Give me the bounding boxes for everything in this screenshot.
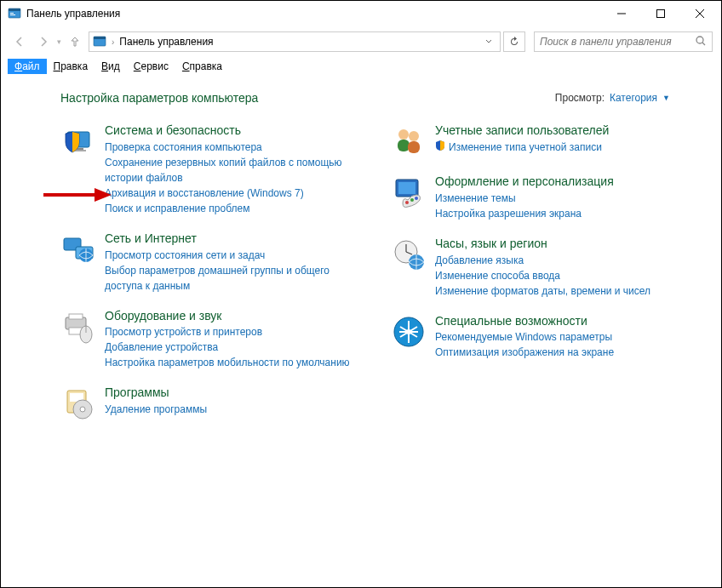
svg-line-11 xyxy=(702,43,705,45)
category-link[interactable]: Сохранение резервных копий файлов с помо… xyxy=(105,155,365,186)
category-clock-region: Часы, язык и регион Добавление языка Изм… xyxy=(391,237,696,299)
category-link[interactable]: Архивация и восстановление (Windows 7) xyxy=(105,186,365,201)
svg-rect-30 xyxy=(408,141,420,153)
category-title[interactable]: Оборудование и звук xyxy=(105,309,365,323)
category-link[interactable]: Изменение темы xyxy=(435,191,696,206)
titlebar: Панель управления xyxy=(1,1,721,26)
category-user-accounts: Учетные записи пользователей Изменение т… xyxy=(391,123,696,159)
page-heading: Настройка параметров компьютера xyxy=(60,91,258,105)
back-button[interactable] xyxy=(9,31,30,52)
svg-rect-3 xyxy=(10,14,15,15)
search-icon[interactable] xyxy=(695,35,707,49)
breadcrumb[interactable]: › Панель управления xyxy=(89,31,501,52)
category-title[interactable]: Система и безопасность xyxy=(105,123,365,138)
navbar: ▾ › Панель управления xyxy=(1,26,721,57)
svg-rect-28 xyxy=(398,140,410,151)
content-area: Настройка параметров компьютера Просмотр… xyxy=(1,76,721,430)
accessibility-icon xyxy=(391,314,427,350)
chevron-right-icon[interactable]: › xyxy=(112,37,114,47)
view-control[interactable]: Просмотр: Категория ▼ xyxy=(555,92,670,104)
user-accounts-icon xyxy=(391,123,427,159)
category-link[interactable]: Рекомендуемые Windows параметры xyxy=(435,329,696,345)
right-column: Учетные записи пользователей Изменение т… xyxy=(391,123,696,421)
svg-point-34 xyxy=(410,198,414,202)
shield-monitor-icon xyxy=(60,123,96,159)
category-appearance: Оформление и персонализация Изменение те… xyxy=(391,174,696,221)
svg-rect-2 xyxy=(10,13,14,14)
up-button[interactable] xyxy=(65,31,85,52)
svg-rect-1 xyxy=(9,9,20,11)
category-link[interactable]: Изменение типа учетной записи xyxy=(435,140,696,155)
svg-point-33 xyxy=(405,201,409,204)
category-title[interactable]: Специальные возможности xyxy=(435,314,696,328)
svg-point-29 xyxy=(409,131,419,141)
category-link[interactable]: Изменение форматов даты, времени и чисел xyxy=(435,283,696,299)
category-programs: Программы Удаление программы xyxy=(60,385,365,421)
window-title: Панель управления xyxy=(26,8,602,20)
appearance-icon xyxy=(391,174,427,210)
category-link[interactable]: Удаление программы xyxy=(105,402,365,417)
left-column: Система и безопасность Проверка состояни… xyxy=(60,123,365,421)
svg-point-26 xyxy=(80,407,85,412)
category-hardware-sound: Оборудование и звук Просмотр устройств и… xyxy=(60,309,365,371)
close-button[interactable] xyxy=(680,1,719,26)
svg-rect-9 xyxy=(94,37,106,39)
category-link[interactable]: Проверка состояния компьютера xyxy=(105,140,365,155)
svg-point-27 xyxy=(398,129,409,140)
control-panel-icon xyxy=(93,35,106,49)
category-network-internet: Сеть и Интернет Просмотр состояния сети … xyxy=(60,231,365,294)
category-title[interactable]: Программы xyxy=(105,385,365,400)
breadcrumb-dropdown-icon[interactable] xyxy=(481,36,496,48)
category-link[interactable]: Просмотр устройств и принтеров xyxy=(105,324,365,340)
uac-shield-icon xyxy=(435,140,445,155)
breadcrumb-item[interactable]: Панель управления xyxy=(119,36,213,48)
recent-dropdown-icon[interactable]: ▾ xyxy=(57,37,61,46)
category-link[interactable]: Выбор параметров домашней группы и общег… xyxy=(105,263,365,294)
view-label: Просмотр: xyxy=(555,92,605,104)
window-controls xyxy=(602,1,719,26)
svg-point-35 xyxy=(415,197,418,200)
forward-button[interactable] xyxy=(33,31,54,52)
svg-rect-32 xyxy=(398,182,415,194)
svg-rect-19 xyxy=(69,314,83,319)
category-title[interactable]: Сеть и Интернет xyxy=(105,231,365,246)
category-link[interactable]: Поиск и исправление проблем xyxy=(105,201,365,216)
search-input[interactable] xyxy=(540,36,695,48)
category-link[interactable]: Настройка параметров мобильности по умол… xyxy=(105,355,365,370)
category-title[interactable]: Оформление и персонализация xyxy=(435,174,696,189)
menu-view[interactable]: Вид xyxy=(95,59,127,74)
menu-file[interactable]: Файл xyxy=(8,59,47,74)
control-panel-icon xyxy=(8,7,21,20)
category-link[interactable]: Настройка разрешения экрана xyxy=(435,206,696,221)
category-link[interactable]: Изменение способа ввода xyxy=(435,268,696,283)
category-title[interactable]: Учетные записи пользователей xyxy=(435,123,696,138)
menu-help[interactable]: Справка xyxy=(175,59,229,74)
minimize-button[interactable] xyxy=(602,1,641,26)
svg-point-10 xyxy=(696,37,703,43)
printer-mouse-icon xyxy=(60,309,96,345)
category-link[interactable]: Добавление устройства xyxy=(105,340,365,355)
svg-rect-5 xyxy=(657,10,665,18)
clock-globe-icon xyxy=(391,237,427,272)
category-link[interactable]: Просмотр состояния сети и задач xyxy=(105,248,365,263)
menubar: Файл Правка Вид Сервис Справка xyxy=(1,57,721,76)
category-link[interactable]: Оптимизация изображения на экране xyxy=(435,345,696,360)
view-value[interactable]: Категория xyxy=(610,92,657,104)
chevron-down-icon[interactable]: ▼ xyxy=(662,94,670,102)
category-link[interactable]: Добавление языка xyxy=(435,253,696,268)
category-title[interactable]: Часы, язык и регион xyxy=(435,237,696,251)
category-system-security: Система и безопасность Проверка состояни… xyxy=(60,123,365,216)
search-box[interactable] xyxy=(534,31,713,52)
maximize-button[interactable] xyxy=(641,1,680,26)
menu-tools[interactable]: Сервис xyxy=(127,59,175,74)
network-globe-icon xyxy=(60,231,96,267)
menu-edit[interactable]: Правка xyxy=(47,59,95,74)
programs-disc-icon xyxy=(60,385,96,421)
category-accessibility: Специальные возможности Рекомендуемые Wi… xyxy=(391,314,696,361)
refresh-button[interactable] xyxy=(503,31,525,52)
